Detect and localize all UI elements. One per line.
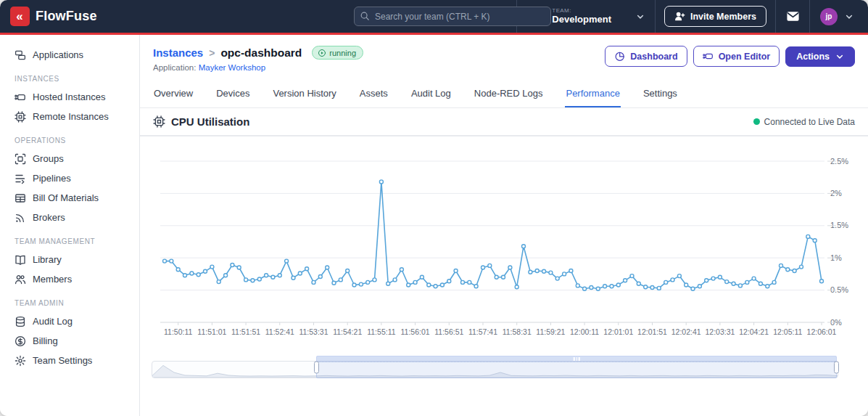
chart-point[interactable] [454, 269, 458, 273]
notifications-button[interactable] [776, 0, 809, 33]
chart-point[interactable] [244, 278, 248, 282]
chart-point[interactable] [265, 274, 268, 277]
chart-point[interactable] [420, 275, 423, 279]
chart-point[interactable] [685, 283, 688, 287]
tab-node-red-logs[interactable]: Node-RED Logs [474, 82, 544, 107]
chart-point[interactable] [657, 286, 661, 290]
chart-point[interactable] [373, 278, 376, 282]
sidebar-item-pipelines[interactable]: Pipelines [0, 168, 139, 188]
chart-point[interactable] [563, 272, 566, 276]
chart-point[interactable] [461, 280, 465, 284]
chart-point[interactable] [677, 274, 681, 278]
chart-point[interactable] [305, 267, 309, 271]
chart-point[interactable] [366, 280, 370, 284]
dashboard-button[interactable]: Dashboard [605, 46, 687, 67]
chart-point[interactable] [529, 270, 532, 274]
chart-minimap[interactable] [152, 356, 838, 378]
chart-point[interactable] [481, 266, 485, 269]
chart-point[interactable] [813, 239, 817, 242]
chart-point[interactable] [285, 259, 289, 263]
chart-point[interactable] [624, 279, 627, 282]
chart-point[interactable] [576, 284, 579, 287]
chart-point[interactable] [298, 272, 302, 275]
sidebar-item-team-settings[interactable]: Team Settings [0, 351, 139, 370]
chart-point[interactable] [800, 265, 803, 269]
chart-point[interactable] [224, 274, 228, 277]
cpu-utilisation-chart[interactable]: 0%0.5%1%1.5%2%2.5%11:50:1111:51:0111:51:… [140, 136, 868, 354]
minimap-handle-left[interactable] [314, 361, 319, 373]
chart-point[interactable] [251, 279, 255, 282]
chart-point[interactable] [786, 268, 790, 272]
chart-point[interactable] [718, 275, 722, 279]
invite-members-button[interactable]: Invite Members [664, 6, 766, 27]
chart-point[interactable] [474, 285, 478, 288]
chart-point[interactable] [190, 272, 194, 275]
chart-point[interactable] [170, 259, 173, 263]
tab-version-history[interactable]: Version History [272, 82, 336, 107]
sidebar-item-library[interactable]: Library [0, 250, 139, 269]
sidebar-item-groups[interactable]: Groups [0, 149, 139, 168]
minimap-handle-right[interactable] [834, 361, 839, 373]
sidebar-item-brokers[interactable]: Brokers [0, 208, 139, 227]
chart-point[interactable] [806, 234, 810, 238]
tab-performance[interactable]: Performance [565, 82, 620, 107]
chart-point[interactable] [318, 275, 322, 279]
chart-point[interactable] [725, 280, 729, 284]
chart-point[interactable] [393, 278, 397, 282]
chart-point[interactable] [210, 265, 214, 269]
chart-point[interactable] [332, 281, 336, 285]
chart-point[interactable] [271, 275, 275, 279]
chart-point[interactable] [711, 277, 715, 280]
chart-point[interactable] [732, 282, 735, 285]
flowfuse-logo[interactable]: « FlowFuse [10, 7, 97, 26]
chart-point[interactable] [197, 273, 200, 277]
chart-point[interactable] [292, 276, 295, 280]
chart-point[interactable] [637, 282, 640, 285]
chart-point[interactable] [326, 266, 329, 269]
breadcrumb-instances-link[interactable]: Instances [153, 46, 203, 59]
tab-assets[interactable]: Assets [359, 82, 389, 107]
chart-point[interactable] [204, 269, 207, 273]
tab-settings[interactable]: Settings [642, 82, 678, 107]
chart-point[interactable] [237, 266, 241, 269]
chart-point[interactable] [522, 245, 526, 248]
chart-point[interactable] [603, 285, 607, 288]
chart-point[interactable] [379, 180, 383, 184]
chart-point[interactable] [691, 287, 695, 290]
application-link[interactable]: Mayker Workshop [199, 63, 265, 72]
chart-point[interactable] [780, 264, 783, 267]
user-avatar[interactable]: jp [820, 8, 838, 25]
chart-point[interactable] [752, 277, 756, 280]
chart-point[interactable] [759, 282, 762, 285]
chart-point[interactable] [387, 282, 390, 285]
tab-devices[interactable]: Devices [215, 82, 250, 107]
tab-overview[interactable]: Overview [153, 82, 194, 107]
chart-point[interactable] [583, 287, 587, 290]
chart-point[interactable] [793, 269, 796, 273]
chart-point[interactable] [664, 280, 668, 284]
chart-point[interactable] [495, 275, 498, 279]
chart-point[interactable] [610, 285, 613, 288]
chart-point[interactable] [278, 274, 281, 277]
chart-point[interactable] [772, 280, 776, 284]
chart-point[interactable] [312, 280, 315, 284]
sidebar-item-members[interactable]: Members [0, 269, 139, 289]
chart-point[interactable] [346, 269, 350, 273]
chart-point[interactable] [447, 280, 451, 283]
chart-point[interactable] [630, 274, 634, 278]
sidebar-item-remote-instances[interactable]: Remote Instances [0, 107, 139, 126]
chart-point[interactable] [569, 269, 573, 273]
chart-point[interactable] [616, 283, 620, 287]
chart-point[interactable] [176, 268, 180, 272]
chart-point[interactable] [596, 287, 600, 290]
chart-point[interactable] [217, 280, 220, 284]
chart-point[interactable] [468, 280, 471, 284]
chart-point[interactable] [535, 269, 539, 273]
chart-point[interactable] [549, 271, 553, 274]
chart-point[interactable] [407, 283, 410, 287]
chart-point[interactable] [339, 278, 342, 282]
sidebar-item-audit-log[interactable]: Audit Log [0, 311, 139, 331]
team-chevron-down-icon[interactable] [636, 12, 645, 21]
chart-point[interactable] [183, 274, 187, 277]
minimap-selection[interactable] [316, 356, 837, 378]
